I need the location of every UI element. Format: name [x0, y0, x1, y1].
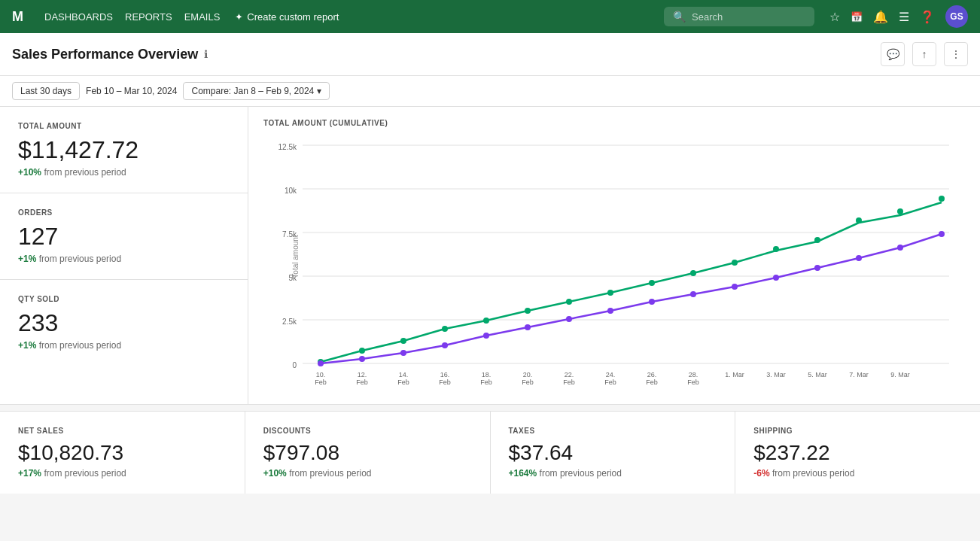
- svg-point-14: [359, 348, 365, 354]
- svg-text:Feb: Feb: [480, 378, 492, 386]
- page-title-row: Sales Performance Overview ℹ: [12, 47, 208, 62]
- messages-icon[interactable]: ☰: [899, 10, 909, 24]
- svg-text:2.5k: 2.5k: [282, 318, 297, 326]
- orders-value: 127: [18, 223, 230, 251]
- total-amount-label: TOTAL AMOUNT: [18, 122, 230, 130]
- discounts-value: $797.08: [263, 441, 472, 465]
- svg-point-36: [607, 308, 613, 314]
- svg-text:12.5k: 12.5k: [278, 143, 297, 151]
- top-section: TOTAL AMOUNT $11,427.72 +10% from previo…: [0, 107, 980, 405]
- nav-links: DASHBOARDS REPORTS EMAILS: [44, 11, 220, 23]
- svg-point-26: [856, 217, 862, 223]
- taxes-change: +164% from previous period: [509, 468, 717, 479]
- period-button[interactable]: Last 30 days: [12, 82, 80, 100]
- svg-text:Feb: Feb: [646, 378, 658, 386]
- chart-svg: 12.5k 10k 7.5k 5k 2.5k 0 Total amount: [263, 136, 965, 392]
- search-input[interactable]: [692, 11, 805, 23]
- svg-text:3. Mar: 3. Mar: [766, 371, 786, 378]
- qty-sold-card: QTY SOLD 233 +1% from previous period: [0, 280, 248, 366]
- svg-point-38: [690, 291, 696, 297]
- discounts-change: +10% from previous period: [263, 468, 472, 479]
- svg-text:9. Mar: 9. Mar: [890, 371, 910, 378]
- svg-point-37: [649, 299, 655, 305]
- page-header: Sales Performance Overview ℹ 💬 ↑ ⋮: [0, 33, 980, 76]
- notifications-icon[interactable]: 🔔: [873, 10, 888, 24]
- discounts-label: DISCOUNTS: [263, 427, 472, 435]
- svg-text:Feb: Feb: [687, 378, 699, 386]
- svg-text:Feb: Feb: [356, 378, 368, 386]
- svg-text:10.: 10.: [316, 371, 326, 378]
- total-amount-change-pct: +10%: [18, 167, 41, 178]
- star-icon: ✦: [235, 11, 243, 23]
- chevron-down-icon: ▾: [317, 86, 321, 96]
- shipping-card: SHIPPING $237.22 -6% from previous perio…: [735, 412, 980, 494]
- total-amount-value: $11,427.72: [18, 136, 230, 164]
- svg-point-30: [359, 356, 365, 362]
- svg-text:Feb: Feb: [522, 378, 534, 386]
- svg-text:Feb: Feb: [397, 378, 409, 386]
- qty-sold-label: QTY SOLD: [18, 295, 230, 303]
- shipping-value: $237.22: [753, 441, 962, 465]
- svg-point-17: [483, 318, 489, 324]
- cumulative-chart: 12.5k 10k 7.5k 5k 2.5k 0 Total amount: [263, 136, 965, 392]
- qty-sold-change: +1% from previous period: [18, 340, 230, 351]
- help-icon[interactable]: ❓: [920, 10, 935, 24]
- svg-point-40: [773, 275, 779, 281]
- svg-point-20: [607, 290, 613, 296]
- app-logo[interactable]: M: [12, 9, 23, 25]
- search-icon: 🔍: [673, 11, 686, 23]
- calendar-icon[interactable]: 📅: [851, 11, 863, 23]
- svg-text:16.: 16.: [440, 371, 450, 378]
- svg-point-41: [814, 265, 820, 271]
- svg-text:Feb: Feb: [439, 378, 451, 386]
- svg-text:28.: 28.: [689, 371, 698, 378]
- main-content: TOTAL AMOUNT $11,427.72 +10% from previo…: [0, 107, 980, 494]
- search-bar[interactable]: 🔍: [664, 7, 814, 26]
- page-header-actions: 💬 ↑ ⋮: [881, 42, 968, 66]
- svg-point-28: [939, 196, 945, 202]
- nav-reports[interactable]: REPORTS: [125, 11, 172, 23]
- orders-change-pct: +1%: [18, 254, 36, 264]
- taxes-label: TAXES: [509, 427, 717, 435]
- svg-text:7. Mar: 7. Mar: [849, 371, 869, 378]
- taxes-change-pct: +164%: [509, 468, 537, 479]
- svg-point-32: [442, 342, 448, 348]
- user-avatar[interactable]: GS: [945, 5, 968, 28]
- bottom-metrics-section: NET SALES $10,820.73 +17% from previous …: [0, 411, 980, 494]
- info-icon[interactable]: ℹ: [204, 48, 208, 60]
- svg-point-24: [773, 246, 779, 252]
- svg-text:12.: 12.: [358, 371, 367, 378]
- svg-point-34: [525, 324, 531, 330]
- shipping-change: -6% from previous period: [753, 468, 962, 479]
- svg-text:5. Mar: 5. Mar: [808, 371, 827, 378]
- shipping-label: SHIPPING: [753, 427, 962, 435]
- more-options-button[interactable]: ⋮: [944, 42, 968, 66]
- svg-point-43: [897, 245, 903, 251]
- svg-text:Feb: Feb: [315, 378, 327, 386]
- svg-text:22.: 22.: [565, 371, 574, 378]
- svg-text:0: 0: [292, 361, 297, 369]
- nav-emails[interactable]: EMAILS: [184, 11, 221, 23]
- shipping-change-pct: -6%: [753, 468, 769, 479]
- filter-bar: Last 30 days Feb 10 – Mar 10, 2024 Compa…: [0, 76, 980, 107]
- svg-point-29: [318, 360, 324, 366]
- svg-point-15: [400, 338, 406, 344]
- net-sales-change-pct: +17%: [18, 468, 41, 479]
- create-custom-report-button[interactable]: ✦ Create custom report: [235, 11, 339, 23]
- svg-point-35: [566, 316, 572, 322]
- total-amount-card: TOTAL AMOUNT $11,427.72 +10% from previo…: [0, 107, 248, 193]
- bookmark-icon[interactable]: ☆: [829, 10, 840, 24]
- svg-text:18.: 18.: [482, 371, 492, 378]
- nav-dashboards[interactable]: DASHBOARDS: [44, 11, 113, 23]
- svg-point-22: [690, 270, 696, 276]
- discounts-card: DISCOUNTS $797.08 +10% from previous per…: [245, 412, 491, 494]
- compare-label: Compare: Jan 8 – Feb 9, 2024: [191, 86, 314, 96]
- svg-point-33: [483, 333, 489, 339]
- orders-card: ORDERS 127 +1% from previous period: [0, 193, 248, 280]
- svg-point-16: [442, 326, 448, 332]
- share-button[interactable]: ↑: [912, 42, 936, 66]
- svg-text:Feb: Feb: [563, 378, 575, 386]
- compare-button[interactable]: Compare: Jan 8 – Feb 9, 2024 ▾: [183, 82, 330, 100]
- svg-point-23: [732, 260, 738, 266]
- comment-button[interactable]: 💬: [881, 42, 905, 66]
